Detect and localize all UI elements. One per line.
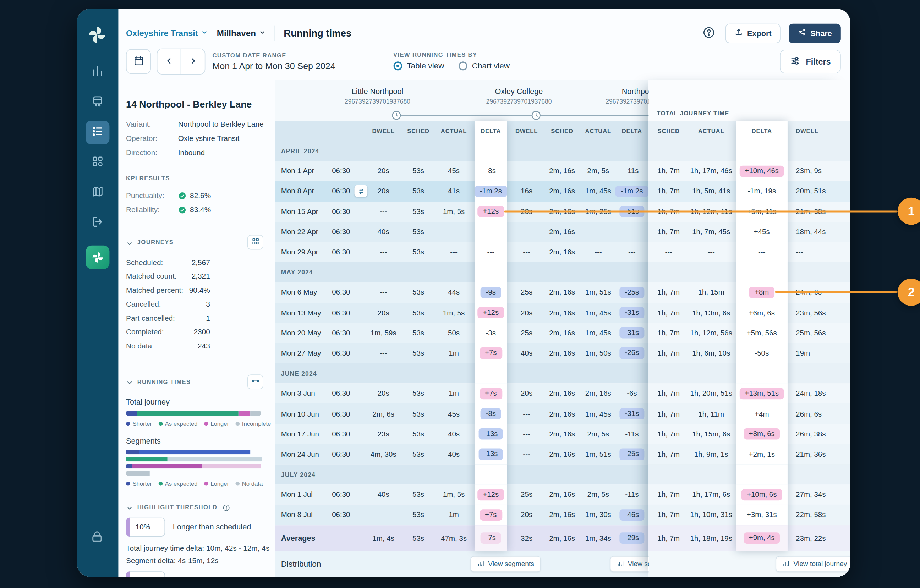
total-delta-cell: +10m, 6s [736,485,787,505]
nav-map[interactable] [86,181,110,205]
export-button[interactable]: Export [725,23,780,43]
region-selector[interactable]: Millhaven [217,28,267,38]
previous-period-button[interactable] [157,49,181,74]
nav-apps[interactable] [86,151,110,175]
row-time: 06:30 [332,161,361,181]
table-row[interactable]: Mon 13 May06:3020s53s1m, 5s+12s20s2m, 16… [275,303,850,323]
total-delta-cell: +9m, 4s [736,525,787,551]
delta-column-stripe [736,141,787,161]
help-button[interactable] [700,25,717,42]
actual-cell: 1m, 45s [580,404,616,424]
dwell-cell: 40s [365,222,402,242]
sched-cell: 53s [402,485,435,505]
timeline-track [397,115,649,116]
date-range-value[interactable]: Mon 1 Apr to Mon 30 Sep 2024 [212,61,335,71]
table-row[interactable]: Mon 17 Jun06:3023s53s40s-13s---2m, 16s2m… [275,424,850,444]
sched-cell: 53s [402,242,435,262]
journeys-grid-button[interactable] [248,235,263,250]
total-delta-value: 10m, 42s - 12m, 4s [206,544,269,552]
timeline-clock-icon[interactable] [391,110,402,121]
segment-delta-value: 4s-15m, 12s [178,556,219,565]
running-times-section-header[interactable]: RUNNING TIMES [126,374,263,389]
delta-cell: -29s [616,525,648,551]
table-row[interactable]: Mon 20 May06:301m, 59s53s50s-3s25s2m, 16… [275,323,850,343]
table-row[interactable]: Mon 1 Apr06:3020s53s45s-8s---2m, 16s2m, … [275,161,850,181]
date-pager [157,49,206,75]
delta-column-stripe [736,465,787,485]
table-row[interactable]: Mon 1 Jul06:3040s53s1m, 5s+12s25s2m, 16s… [275,485,850,505]
threshold-longer-input[interactable]: 10% [126,517,165,536]
sched-cell: 53s [402,161,435,181]
callout-line-2 [775,291,897,293]
delta-cell: -31s [616,404,648,424]
threshold-shorter-label: Shorter than scheduled [173,576,253,577]
nav-vehicles[interactable] [86,91,110,114]
filters-button[interactable]: Filters [780,50,841,73]
total-delta-cell: +2m, 1s [736,444,787,465]
sched-cell: 53s [402,384,435,404]
table-row[interactable]: Mon 24 Jun06:304m, 30s53s40s-13s---2m, 1… [275,444,850,465]
total-sched-cell: 1h, 7m [650,404,687,424]
table-row[interactable]: Mon 22 Apr06:3040s53s---------2m, 16s---… [275,222,850,242]
journeys-section-header[interactable]: JOURNEYS [126,235,263,250]
meta-value: Inbound [178,148,205,157]
table-row[interactable]: Mon 8 Jul06:30---53s1m+7s20s2m, 16s1m, 3… [275,505,850,525]
actual-cell: 1m, 45s [580,323,616,343]
dwell-cell: --- [509,404,544,424]
table-row[interactable]: Mon 10 Jun06:302m, 6s53s45s-8s---2m, 16s… [275,404,850,424]
radio-chart-view[interactable]: Chart view [458,62,510,70]
kpi-value: 83.4% [178,206,211,214]
calendar-button[interactable] [126,49,151,74]
table-row[interactable]: Mon 3 Jun06:3020s53s1m+7s20s2m, 16s2m, 1… [275,384,850,404]
share-label: Share [811,29,832,37]
view-button-1[interactable]: View segments [610,556,649,572]
month-label: MAY 2024 [281,262,470,282]
workspace-app-tile[interactable] [86,246,110,269]
view-button-2[interactable]: View total journey [776,556,850,572]
sched-cell: 53s [402,404,435,424]
radio-table-view[interactable]: Table view [393,62,444,70]
nav-sign-out[interactable] [86,211,110,235]
total-actual-cell: 1h, 13m, 6s [686,303,737,323]
table-row[interactable]: Mon 27 May06:30---53s1m+7s40s2m, 16s1m, … [275,343,850,363]
lock-icon [90,530,105,545]
next-period-button[interactable] [181,49,205,74]
delta-cell: -7s [475,525,507,551]
nav-analytics[interactable] [86,60,110,84]
info-icon [222,503,230,511]
month-label: JUNE 2024 [281,363,470,384]
total-sched-cell: 1h, 7m [650,424,687,444]
meta-value: Oxle yshire Transit [178,134,240,142]
sched-cell: 2m, 16s [544,181,580,202]
delta-cell: -13s [475,424,507,444]
running-times-route-button[interactable] [248,374,263,389]
caret-down-icon [126,239,133,246]
total-dwell-cell: 22m, 58s [796,505,850,525]
threshold-section-header[interactable]: HIGHLIGHT THRESHOLD [126,503,263,511]
actual-cell: 1m, 45s [580,181,616,202]
threshold-longer-row: 10% Longer than scheduled [126,517,275,536]
dwell-cell: --- [509,444,544,465]
route-meta: Variant:Northpool to Berkley LaneOperato… [126,117,275,160]
apps-icon [91,155,104,170]
share-button[interactable]: Share [789,23,841,43]
threshold-shorter-input[interactable]: 10% [126,571,165,577]
delta-cell: +7s [475,343,507,363]
total-delta-cell: +13m, 51s [736,384,787,404]
table-row[interactable]: Mon 29 Apr06:30---53s---------2m, 16s---… [275,242,850,262]
dwell-cell: 20s [509,303,544,323]
actual-cell: 45s [435,404,473,424]
sched-cell: 53s [402,282,435,303]
stat-value: 2300 [193,328,210,336]
actual-cell: 40s [435,424,473,444]
delta-column-stripe [475,141,507,161]
timeline-clock-icon[interactable] [531,110,541,121]
dwell-cell: 20s [509,505,544,525]
table-row[interactable]: Mon 8 Apr06:3020s53s41s-1m 2s16s2m, 16s1… [275,181,850,202]
sched-cell: 2m, 16s [544,444,580,465]
org-selector[interactable]: Oxleyshire Transit [126,28,208,38]
stop-id: 2967392739701937680 [606,97,649,105]
radio-label: Chart view [472,62,510,70]
table-row[interactable]: Mon 6 May06:30---53s44s-9s25s2m, 16s1m, … [275,282,850,303]
nav-running-times[interactable] [86,121,110,144]
